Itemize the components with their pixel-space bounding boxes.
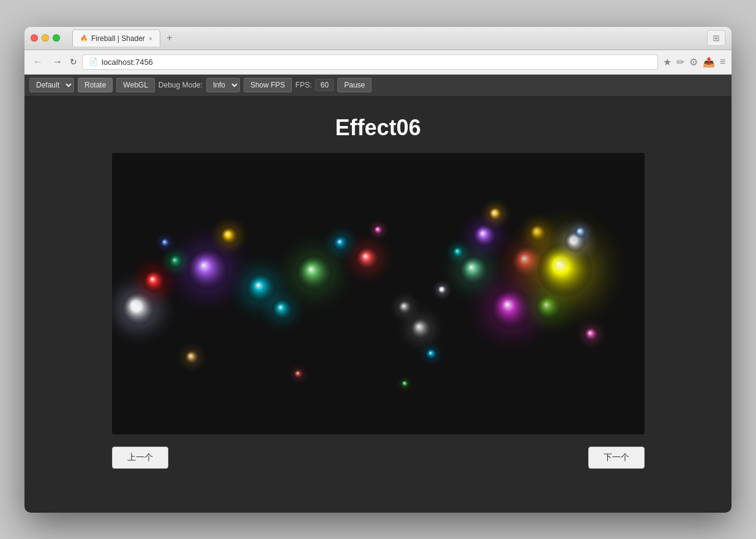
browser-window: 🔥 Fireball | Shader × + ⊞ ← → ↻ 📄 localh… (24, 27, 732, 513)
debug-mode-label: Debug Mode: (159, 81, 203, 89)
prev-button[interactable]: 上一个 (112, 447, 168, 469)
traffic-lights (31, 34, 60, 42)
menu-icon[interactable]: ≡ (720, 56, 725, 67)
maximize-button[interactable] (53, 34, 60, 42)
canvas-container (112, 153, 645, 434)
preset-select[interactable]: Default (29, 78, 74, 92)
title-bar: 🔥 Fireball | Shader × + ⊞ (24, 27, 732, 50)
close-button[interactable] (31, 34, 38, 42)
url-page-icon: 📄 (89, 58, 98, 66)
new-tab-button[interactable]: + (163, 31, 176, 45)
nav-buttons: 上一个 下一个 (112, 447, 645, 469)
settings-icon[interactable]: ⚙ (689, 56, 698, 68)
back-button[interactable]: ← (31, 55, 45, 69)
browser-tab[interactable]: 🔥 Fireball | Shader × (72, 29, 160, 46)
tab-favicon-icon: 🔥 (80, 35, 88, 42)
main-content: Effect06 上一个 下一个 (24, 97, 732, 513)
tab-close-button[interactable]: × (149, 35, 152, 42)
minimize-button[interactable] (42, 34, 49, 42)
show-fps-button[interactable]: Show FPS (244, 78, 292, 92)
webgl-button[interactable]: WebGL (116, 78, 154, 92)
tab-title: Fireball | Shader (91, 34, 145, 43)
url-bar[interactable]: 📄 localhost:7456 (82, 54, 658, 70)
refresh-button[interactable]: ↻ (70, 57, 77, 67)
toolbar: Default Rotate WebGL Debug Mode: Info Sh… (24, 75, 732, 97)
url-text: localhost:7456 (102, 58, 651, 67)
next-button[interactable]: 下一个 (588, 447, 645, 469)
address-right-icons: ★ ✏ ⚙ 📤 ≡ (663, 56, 725, 68)
extension-pen-icon[interactable]: ✏ (676, 56, 684, 68)
pause-button[interactable]: Pause (337, 78, 372, 92)
tab-bar: 🔥 Fireball | Shader × + (72, 29, 707, 46)
address-bar: ← → ↻ 📄 localhost:7456 ★ ✏ ⚙ 📤 ≡ (24, 50, 732, 75)
fireball-canvas[interactable] (112, 153, 645, 434)
rotate-button[interactable]: Rotate (78, 78, 113, 92)
bookmark-icon[interactable]: ★ (663, 56, 672, 68)
effect-title: Effect06 (335, 115, 421, 141)
fps-label: FPS: (296, 81, 312, 89)
window-icon: ⊞ (707, 30, 725, 46)
fps-value: 60 (315, 79, 334, 91)
debug-mode-select[interactable]: Info (206, 78, 240, 92)
share-icon[interactable]: 📤 (703, 56, 715, 68)
forward-button[interactable]: → (50, 55, 65, 69)
